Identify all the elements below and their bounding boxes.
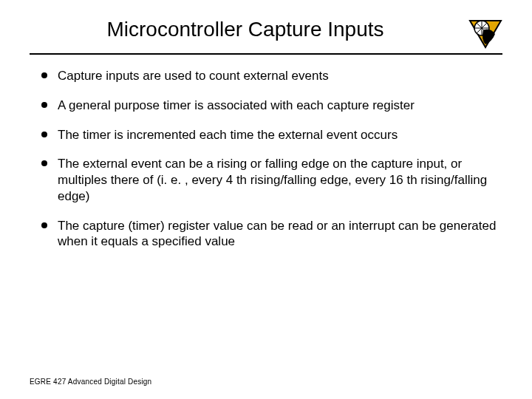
list-item: The timer is incremented each time the e… — [41, 127, 502, 143]
header-divider — [30, 53, 502, 55]
list-item: A general purpose timer is associated wi… — [41, 98, 502, 114]
header-row: Microcontroller Capture Inputs — [30, 15, 502, 49]
list-item: The capture (timer) register value can b… — [41, 218, 502, 250]
list-item: Capture inputs are used to count externa… — [41, 68, 502, 84]
footer-text: EGRE 427 Advanced Digital Design — [30, 378, 151, 386]
list-item: The external event can be a rising or fa… — [41, 156, 502, 204]
ram-logo-icon — [468, 15, 502, 49]
bullet-list: Capture inputs are used to count externa… — [30, 68, 502, 250]
slide-title: Microcontroller Capture Inputs — [30, 18, 461, 41]
slide: Microcontroller Capture Inputs — [0, 0, 532, 399]
